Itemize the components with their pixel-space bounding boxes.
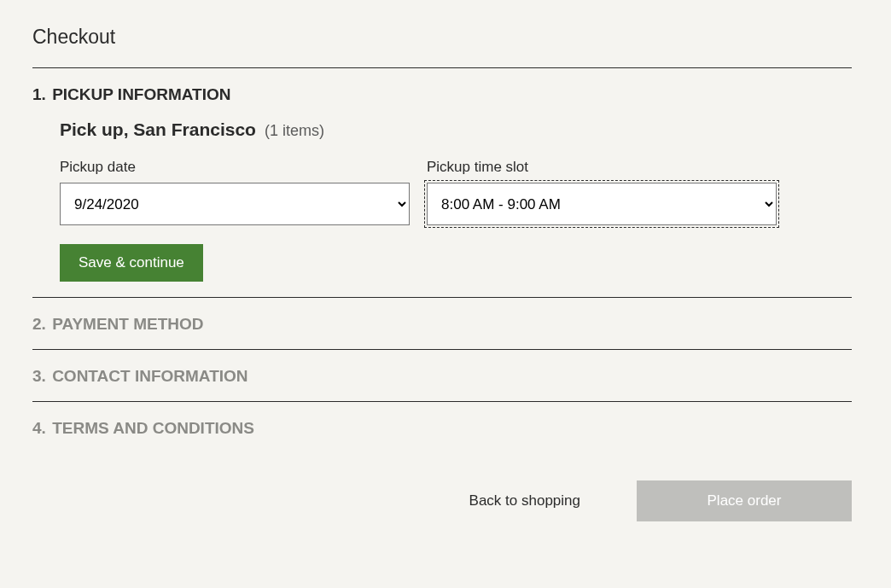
pickup-slot-select[interactable]: 8:00 AM - 9:00 AM bbox=[427, 183, 777, 225]
section-contact-info: 3. CONTACT INFORMATION bbox=[32, 350, 852, 402]
step-label: PAYMENT METHOD bbox=[52, 315, 203, 333]
step-label: PICKUP INFORMATION bbox=[52, 85, 230, 103]
step-number: 3. bbox=[32, 367, 46, 385]
checkout-container: Checkout 1. PICKUP INFORMATION Pick up, … bbox=[32, 26, 852, 521]
step-label: TERMS AND CONDITIONS bbox=[52, 419, 254, 437]
step-number: 4. bbox=[32, 419, 46, 437]
pickup-date-field: Pickup date 9/24/2020 bbox=[60, 159, 410, 225]
section-heading-contact: 3. CONTACT INFORMATION bbox=[32, 367, 852, 386]
bottom-actions: Back to shopping Place order bbox=[32, 453, 852, 521]
save-continue-button[interactable]: Save & continue bbox=[60, 244, 203, 282]
section-heading-payment: 2. PAYMENT METHOD bbox=[32, 315, 852, 334]
pickup-date-label: Pickup date bbox=[60, 159, 410, 176]
section-pickup-info: 1. PICKUP INFORMATION Pick up, San Franc… bbox=[32, 68, 852, 298]
place-order-button[interactable]: Place order bbox=[637, 480, 852, 521]
section-payment-method: 2. PAYMENT METHOD bbox=[32, 298, 852, 350]
back-to-shopping-link[interactable]: Back to shopping bbox=[469, 492, 580, 509]
pickup-location-line: Pick up, San Francisco (1 items) bbox=[60, 119, 852, 140]
step-number: 1. bbox=[32, 85, 46, 103]
page-title: Checkout bbox=[32, 26, 852, 68]
pickup-form-row: Pickup date 9/24/2020 Pickup time slot 8… bbox=[60, 159, 852, 225]
pickup-slot-label: Pickup time slot bbox=[427, 159, 777, 176]
pickup-items-count: (1 items) bbox=[265, 122, 324, 140]
section-heading-pickup: 1. PICKUP INFORMATION bbox=[32, 85, 852, 104]
section-heading-terms: 4. TERMS AND CONDITIONS bbox=[32, 419, 852, 438]
pickup-location-label: Pick up, San Francisco bbox=[60, 119, 256, 140]
step-number: 2. bbox=[32, 315, 46, 333]
pickup-date-select[interactable]: 9/24/2020 bbox=[60, 183, 410, 225]
pickup-slot-field: Pickup time slot 8:00 AM - 9:00 AM bbox=[427, 159, 777, 225]
step-label: CONTACT INFORMATION bbox=[52, 367, 248, 385]
section-terms: 4. TERMS AND CONDITIONS bbox=[32, 402, 852, 453]
pickup-body: Pick up, San Francisco (1 items) Pickup … bbox=[32, 104, 852, 282]
